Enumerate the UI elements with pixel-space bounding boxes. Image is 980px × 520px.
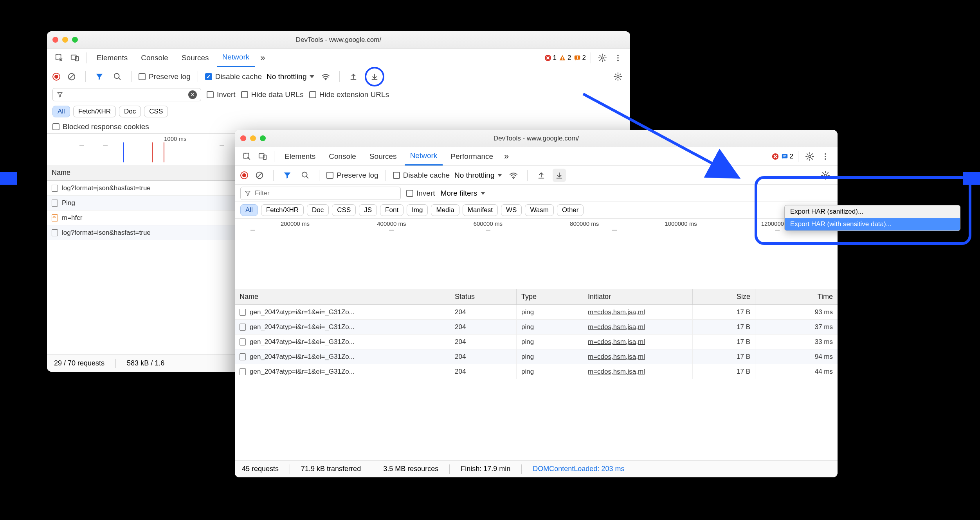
chip-other[interactable]: Other — [557, 204, 584, 216]
tab-elements[interactable]: Elements — [91, 49, 133, 67]
chip-manifest[interactable]: Manifest — [463, 204, 498, 216]
blocked-cookies-checkbox[interactable]: Blocked response cookies — [52, 122, 149, 131]
chip-ws[interactable]: WS — [501, 204, 522, 216]
col-size[interactable]: Size — [693, 289, 755, 304]
record-button[interactable] — [240, 171, 248, 179]
export-har-sensitive[interactable]: Export HAR (with sensitive data)... — [785, 218, 960, 230]
kebab-icon[interactable] — [819, 150, 832, 163]
minimize-button[interactable] — [62, 37, 68, 43]
chip-fetch[interactable]: Fetch/XHR — [73, 106, 116, 117]
clear-icon[interactable] — [65, 70, 78, 83]
clear-filter-icon[interactable]: ✕ — [188, 90, 197, 99]
throttling-select[interactable]: No throttling — [267, 72, 314, 81]
tab-network[interactable]: Network — [405, 147, 443, 166]
search-icon[interactable] — [111, 70, 124, 83]
record-button[interactable] — [52, 73, 60, 81]
settings-icon[interactable] — [819, 169, 832, 182]
close-button[interactable] — [52, 37, 58, 43]
chip-fetch[interactable]: Fetch/XHR — [261, 204, 304, 216]
col-name[interactable]: Name — [235, 289, 450, 304]
table-row[interactable]: gen_204?atyp=i&r=1&ei=_G31Zo... 204 ping… — [235, 364, 838, 379]
device-toggle-icon[interactable] — [68, 51, 81, 65]
initiator-link[interactable]: m=cdos,hsm,jsa,ml — [588, 338, 645, 346]
initiator-link[interactable]: m=cdos,hsm,jsa,ml — [588, 368, 645, 376]
chip-wasm[interactable]: Wasm — [525, 204, 554, 216]
hide-data-urls-checkbox[interactable]: Hide data URLs — [241, 90, 304, 99]
more-tabs-icon[interactable]: » — [257, 53, 268, 63]
issue-badge[interactable]: 2 — [781, 153, 793, 160]
download-har-button[interactable] — [553, 169, 566, 182]
inspect-icon[interactable] — [52, 51, 66, 65]
chip-all[interactable]: All — [52, 106, 70, 117]
maximize-button[interactable] — [260, 135, 266, 141]
disable-cache-checkbox[interactable]: Disable cache — [393, 171, 450, 180]
chip-font[interactable]: Font — [380, 204, 404, 216]
tab-performance[interactable]: Performance — [445, 147, 499, 166]
network-conditions-icon[interactable] — [507, 169, 520, 182]
maximize-button[interactable] — [72, 37, 78, 43]
chip-js[interactable]: JS — [359, 204, 377, 216]
chip-all[interactable]: All — [240, 204, 258, 216]
tab-elements[interactable]: Elements — [279, 147, 321, 166]
more-filters[interactable]: More filters — [441, 189, 485, 198]
titlebar[interactable]: DevTools - www.google.com/ — [235, 130, 838, 147]
network-conditions-icon[interactable] — [319, 70, 332, 83]
invert-checkbox[interactable]: Invert — [406, 189, 435, 198]
col-time[interactable]: Time — [755, 289, 838, 304]
col-type[interactable]: Type — [517, 289, 583, 304]
inspect-icon[interactable] — [240, 150, 254, 163]
search-icon[interactable] — [299, 169, 312, 182]
preserve-log-checkbox[interactable]: Preserve log — [326, 171, 378, 180]
kebab-icon[interactable] — [611, 51, 625, 65]
initiator-link[interactable]: m=cdos,hsm,jsa,ml — [588, 323, 645, 331]
minimize-button[interactable] — [250, 135, 256, 141]
settings-icon[interactable] — [803, 150, 816, 163]
export-har-sanitized[interactable]: Export HAR (sanitized)... — [785, 205, 960, 218]
svg-line-33 — [306, 176, 308, 178]
issue-badge[interactable]: 2 — [574, 54, 586, 62]
col-initiator[interactable]: Initiator — [583, 289, 693, 304]
warning-badge[interactable]: 2 — [559, 54, 571, 62]
timeline[interactable]: 200000 ms 400000 ms 600000 ms 800000 ms … — [235, 219, 838, 289]
table-row[interactable]: gen_204?atyp=i&r=1&ei=_G31Zo... 204 ping… — [235, 349, 838, 364]
upload-icon[interactable] — [347, 70, 360, 83]
throttling-select[interactable]: No throttling — [454, 171, 502, 180]
upload-icon[interactable] — [535, 169, 548, 182]
chip-doc[interactable]: Doc — [307, 204, 329, 216]
device-toggle-icon[interactable] — [256, 150, 269, 163]
initiator-link[interactable]: m=cdos,hsm,jsa,ml — [588, 308, 645, 316]
invert-checkbox[interactable]: Invert — [207, 90, 236, 99]
titlebar[interactable]: DevTools - www.google.com/ — [47, 31, 630, 49]
disable-cache-checkbox[interactable]: Disable cache — [205, 72, 262, 81]
col-status[interactable]: Status — [450, 289, 517, 304]
filter-input[interactable] — [240, 187, 401, 200]
tab-sources[interactable]: Sources — [176, 49, 214, 67]
table-row[interactable]: gen_204?atyp=i&r=1&ei=_G31Zo... 204 ping… — [235, 320, 838, 335]
error-badge[interactable]: 1 — [544, 54, 557, 62]
preserve-log-checkbox[interactable]: Preserve log — [139, 72, 191, 81]
table-row[interactable]: gen_204?atyp=i&r=1&ei=_G31Zo... 204 ping… — [235, 305, 838, 320]
chip-css[interactable]: CSS — [144, 106, 168, 117]
tab-sources[interactable]: Sources — [364, 147, 402, 166]
initiator-link[interactable]: m=cdos,hsm,jsa,ml — [588, 353, 645, 361]
filter-icon[interactable] — [93, 70, 106, 83]
chip-css[interactable]: CSS — [332, 204, 356, 216]
filter-icon[interactable] — [281, 169, 294, 182]
filter-input[interactable]: ✕ — [52, 88, 201, 101]
settings-icon[interactable] — [596, 51, 609, 65]
settings-icon[interactable] — [611, 70, 625, 83]
tab-console[interactable]: Console — [323, 147, 362, 166]
clear-icon[interactable] — [253, 169, 266, 182]
close-button[interactable] — [240, 135, 246, 141]
hide-extension-urls-checkbox[interactable]: Hide extension URLs — [309, 90, 389, 99]
tab-network[interactable]: Network — [217, 49, 255, 67]
table-row[interactable]: gen_204?atyp=i&r=1&ei=_G31Zo... 204 ping… — [235, 335, 838, 349]
table-body[interactable]: gen_204?atyp=i&r=1&ei=_G31Zo... 204 ping… — [235, 305, 838, 379]
error-badge[interactable] — [772, 153, 779, 160]
more-tabs-icon[interactable]: » — [501, 151, 512, 162]
chip-img[interactable]: Img — [407, 204, 428, 216]
chip-doc[interactable]: Doc — [119, 106, 141, 117]
chip-media[interactable]: Media — [431, 204, 459, 216]
tab-console[interactable]: Console — [135, 49, 174, 67]
download-har-highlighted[interactable] — [365, 67, 384, 86]
